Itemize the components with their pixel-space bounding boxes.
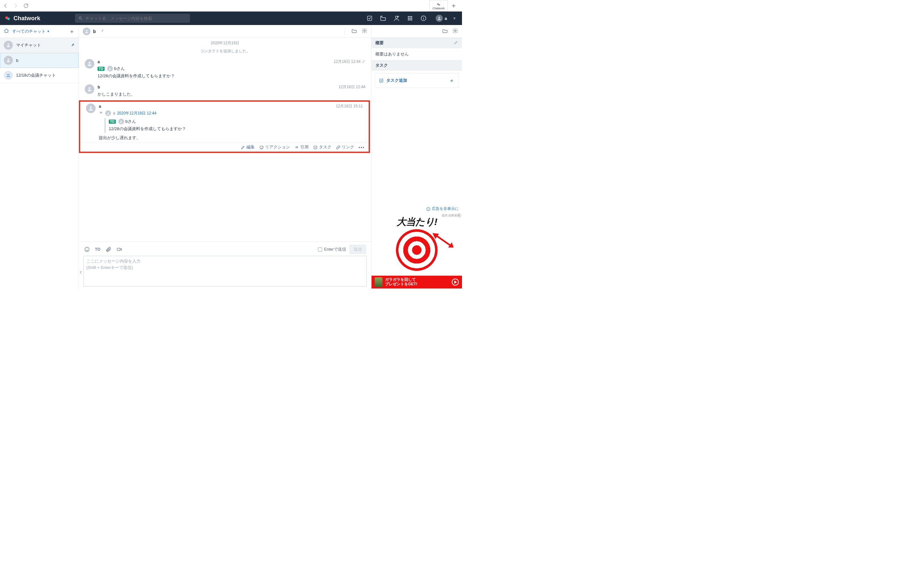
pin-icon — [70, 43, 75, 48]
svg-point-22 — [86, 30, 87, 31]
svg-point-32 — [85, 247, 89, 251]
svg-rect-10 — [408, 18, 409, 19]
avatar-icon — [118, 119, 124, 124]
ad-thumbnail — [375, 277, 383, 287]
panel-settings-icon[interactable] — [452, 28, 458, 35]
svg-rect-33 — [118, 248, 120, 251]
avatar-icon — [86, 103, 95, 113]
apps-grid-icon[interactable] — [407, 15, 413, 21]
action-edit[interactable]: 編集 — [241, 145, 255, 150]
attach-button[interactable] — [105, 247, 111, 252]
to-button[interactable]: TO — [95, 247, 100, 251]
message-timestamp: 12月18日 15:11 — [336, 103, 363, 109]
svg-rect-12 — [411, 18, 412, 19]
files-icon[interactable] — [380, 15, 386, 21]
svg-rect-5 — [367, 16, 372, 20]
browser-reload-button[interactable] — [23, 3, 29, 9]
room-settings-icon[interactable] — [362, 28, 367, 35]
message-sender: a — [99, 104, 101, 109]
to-badge: TO — [109, 119, 116, 124]
task-add-button[interactable]: タスク追加 ＋ — [375, 73, 459, 88]
add-contact-icon[interactable] — [393, 15, 400, 21]
new-chat-button[interactable]: ＋ — [69, 27, 75, 35]
user-menu[interactable]: a — [436, 15, 447, 22]
action-reaction[interactable]: リアクション — [259, 145, 290, 150]
user-menu-caret-icon[interactable]: ▼ — [453, 16, 457, 20]
chat-item-meeting[interactable]: 12/18の会議チャット — [0, 68, 79, 83]
chatwork-favicon — [436, 2, 441, 7]
svg-point-34 — [455, 30, 456, 32]
svg-rect-7 — [408, 16, 409, 17]
action-quote[interactable]: 引用 — [294, 145, 309, 150]
user-name: a — [445, 16, 447, 21]
browser-tab-chatwork[interactable]: Chatwork — [429, 0, 448, 11]
message-input[interactable]: ここにメッセージ内容を入力 (Shift + Enterキーで送信) — [83, 256, 367, 287]
svg-point-3 — [7, 18, 10, 20]
browser-new-tab-button[interactable]: ＋ — [448, 0, 459, 11]
browser-forward-button[interactable] — [13, 3, 19, 9]
action-link[interactable]: リンク — [336, 145, 354, 150]
quote-timestamp[interactable]: 2020年12月18日 12:44 — [117, 111, 157, 116]
task-icon[interactable] — [367, 15, 373, 21]
info-icon[interactable] — [420, 15, 427, 21]
quote-icon — [99, 111, 103, 116]
svg-rect-14 — [409, 19, 410, 20]
ad-play-icon[interactable] — [452, 279, 459, 285]
search-box[interactable] — [75, 14, 190, 23]
advertisement[interactable]: 提供:自然食研 i 大当たり! ガラガラを回してプレゼントをGET! — [372, 213, 462, 288]
collapse-composer-icon[interactable] — [79, 270, 83, 276]
emoji-button[interactable] — [84, 247, 90, 252]
room-pin-icon[interactable] — [100, 29, 104, 34]
chat-filter-dropdown[interactable]: すべてのチャット ▼ — [12, 29, 50, 34]
edit-overview-icon[interactable] — [454, 40, 458, 45]
chat-item-mychat[interactable]: マイチャット — [0, 38, 79, 53]
sidebar-header: すべてのチャット ▼ ＋ — [0, 25, 79, 38]
info-icon — [426, 207, 431, 211]
composer: TO Enterで送信 送信 ここにメッセージ内容を入力 (Shift + En… — [79, 242, 371, 288]
ad-title: 大当たり! — [372, 215, 462, 229]
home-icon[interactable] — [4, 28, 9, 34]
right-panel-header — [372, 25, 462, 38]
action-task[interactable]: タスク — [313, 145, 331, 150]
room-avatar-icon — [83, 27, 90, 35]
user-avatar-icon — [436, 15, 443, 22]
task-header: タスク — [372, 60, 462, 71]
search-icon — [78, 16, 83, 21]
quote-text: 12/28の会議資料を作成してもらますか？ — [109, 126, 363, 132]
sidebar: すべてのチャット ▼ ＋ マイチャット b 12/18の会議チャット — [0, 25, 79, 288]
svg-point-17 — [439, 17, 440, 18]
group-avatar-icon — [4, 71, 13, 80]
app-header: Chatwork a ▼ — [0, 11, 462, 25]
avatar-icon — [4, 56, 13, 65]
svg-rect-35 — [380, 79, 383, 82]
send-button[interactable]: 送信 — [349, 245, 366, 254]
brand-logo[interactable]: Chatwork — [5, 15, 40, 22]
video-button[interactable] — [116, 247, 122, 252]
chat-item-b[interactable]: b — [0, 53, 79, 68]
svg-point-23 — [364, 30, 365, 32]
svg-point-18 — [7, 44, 9, 45]
right-panel: 概要 概要はありません タスク タスク追加 ＋ 広告を非表示に 提供:自然食研 … — [372, 25, 462, 288]
svg-point-29 — [121, 120, 122, 121]
search-input[interactable] — [86, 16, 187, 21]
message-text: 提出が少し遅れます。 — [99, 135, 363, 141]
message-sender: a — [97, 59, 100, 64]
svg-rect-11 — [409, 18, 410, 19]
hide-ad-link[interactable]: 広告を非表示に — [372, 205, 462, 213]
svg-point-21 — [8, 74, 10, 75]
svg-point-27 — [90, 106, 92, 108]
browser-back-button[interactable] — [3, 3, 8, 9]
action-more[interactable]: ••• — [359, 145, 365, 150]
svg-point-1 — [438, 4, 440, 5]
chat-item-label: マイチャット — [16, 42, 41, 48]
browser-tab-label: Chatwork — [433, 7, 445, 10]
quote-block: a 2020年12月18日 12:44 TO bさん 12/2 — [99, 110, 363, 133]
enter-send-toggle[interactable]: Enterで送信 — [318, 247, 346, 252]
panel-folder-icon[interactable] — [442, 28, 448, 35]
main-column: b 2020年12月18日 コンタクトを追加しました。 a — [79, 25, 372, 288]
avatar-icon — [85, 59, 94, 69]
chat-item-label: b — [16, 58, 18, 63]
svg-rect-13 — [408, 19, 409, 20]
room-folder-icon[interactable] — [351, 28, 357, 35]
svg-rect-8 — [409, 16, 410, 17]
